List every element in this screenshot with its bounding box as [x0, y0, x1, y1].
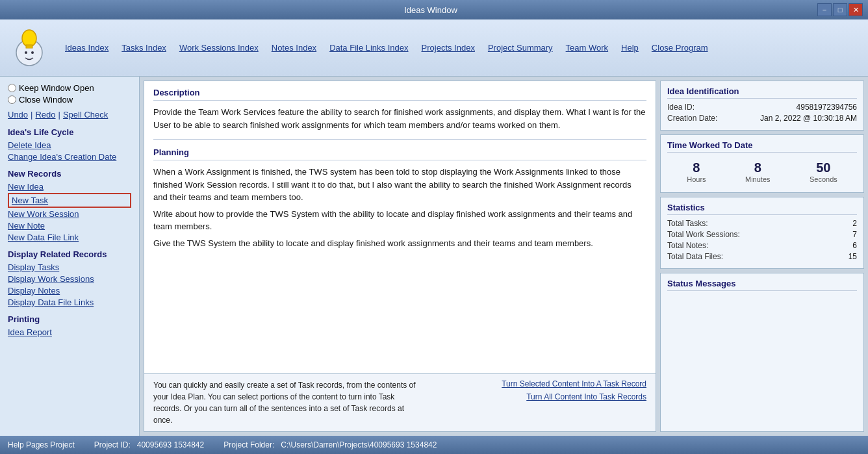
- total-notes-value: 6: [852, 241, 857, 250]
- task-bar: You can quickly and easily create a set …: [144, 373, 656, 431]
- menu-team-work[interactable]: Team Work: [559, 40, 615, 55]
- display-related-section-title: Display Related Records: [8, 249, 131, 259]
- total-tasks-label: Total Tasks:: [667, 219, 708, 228]
- menu-tasks-index[interactable]: Tasks Index: [115, 40, 173, 55]
- main-panel: Description Provide the Team Work Servic…: [144, 81, 656, 432]
- total-tasks-row: Total Tasks: 2: [667, 219, 857, 228]
- creation-date-value: Jan 2, 2022 @ 10:30:18 AM: [760, 114, 857, 123]
- menu-close-program[interactable]: Close Program: [645, 40, 715, 55]
- menu-help[interactable]: Help: [615, 40, 645, 55]
- total-data-files-row: Total Data Files: 15: [667, 252, 857, 261]
- window-options: Keep Window Open Close Window: [8, 83, 131, 105]
- minutes-cell: 8 Minutes: [745, 160, 771, 183]
- description-header: Description: [153, 88, 646, 101]
- time-worked-title: Time Worked To Date: [667, 140, 857, 153]
- hours-label: Hours: [687, 175, 706, 183]
- keep-window-open-radio[interactable]: Keep Window Open: [8, 83, 131, 93]
- redo-link[interactable]: Redo: [35, 110, 55, 120]
- statusbar-project: Help Pages Project: [8, 440, 75, 449]
- display-work-sessions-link[interactable]: Display Work Sessions: [8, 273, 131, 284]
- new-records-section-title: New Records: [8, 169, 131, 179]
- svg-point-6: [31, 51, 34, 54]
- seconds-value: 50: [810, 160, 837, 175]
- idea-report-link[interactable]: Idea Report: [8, 327, 131, 338]
- logo-icon: [12, 25, 47, 71]
- printing-section-title: Printing: [8, 314, 131, 324]
- statusbar-project-folder-label: Project Folder:: [223, 440, 274, 449]
- menu-projects-index[interactable]: Projects Index: [415, 40, 481, 55]
- menu-links: Ideas Index Tasks Index Work Sessions In…: [58, 40, 715, 55]
- change-creation-date-link[interactable]: Change Idea's Creation Date: [8, 151, 131, 162]
- spell-check-link[interactable]: Spell Check: [63, 110, 108, 120]
- new-note-link[interactable]: New Note: [8, 220, 131, 231]
- statusbar-project-folder: Project Folder: C:\Users\Darren\Projects…: [223, 440, 437, 449]
- close-window-radio[interactable]: Close Window: [8, 95, 131, 105]
- taskbar-description: You can quickly and easily create a set …: [153, 379, 424, 426]
- titlebar: Ideas Window − □ ✕: [0, 0, 868, 19]
- menu-project-summary[interactable]: Project Summary: [481, 40, 559, 55]
- total-work-sessions-label: Total Work Sessions:: [667, 230, 740, 239]
- creation-date-label: Creation Date:: [667, 114, 717, 123]
- lifecycle-section-title: Idea's Life Cycle: [8, 127, 131, 137]
- display-data-file-links-link[interactable]: Display Data File Links: [8, 297, 131, 308]
- menu-ideas-index[interactable]: Ideas Index: [58, 40, 115, 55]
- time-worked-box: Time Worked To Date 8 Hours 8 Minutes 50…: [660, 134, 864, 193]
- total-notes-row: Total Notes: 6: [667, 241, 857, 250]
- minutes-label: Minutes: [745, 175, 771, 183]
- description-text: Provide the Team Work Services feature t…: [153, 106, 646, 131]
- minutes-value: 8: [745, 160, 771, 175]
- turn-all-link[interactable]: Turn All Content Into Task Records: [526, 392, 646, 401]
- taskbar-actions: Turn Selected Content Into A Task Record…: [502, 379, 646, 401]
- content-area: Keep Window Open Close Window Undo | Red…: [0, 77, 868, 436]
- app-logo: [6, 25, 52, 71]
- statusbar-project-id-value: 40095693 1534842: [137, 440, 204, 449]
- statusbar-project-id-label: Project ID:: [94, 440, 131, 449]
- display-tasks-link[interactable]: Display Tasks: [8, 262, 131, 273]
- menu-work-sessions-index[interactable]: Work Sessions Index: [173, 40, 265, 55]
- restore-button[interactable]: □: [833, 3, 847, 16]
- titlebar-controls: − □ ✕: [817, 3, 863, 16]
- seconds-label: Seconds: [810, 175, 837, 183]
- time-row: 8 Hours 8 Minutes 50 Seconds: [667, 157, 857, 187]
- minimize-button[interactable]: −: [817, 3, 832, 16]
- planning-paragraph-2: Write about how to provide the TWS Syste…: [153, 208, 646, 233]
- planning-paragraph-1: When a Work Assignment is finished, the …: [153, 166, 646, 204]
- total-data-files-label: Total Data Files:: [667, 252, 723, 261]
- svg-point-5: [25, 51, 27, 54]
- idea-id-value: 49581972394756: [797, 103, 857, 112]
- idea-identification-box: Idea Identification Idea ID: 49581972394…: [660, 81, 864, 131]
- idea-identification-title: Idea Identification: [667, 86, 857, 99]
- close-button[interactable]: ✕: [849, 3, 863, 16]
- hours-value: 8: [687, 160, 706, 175]
- menu-notes-index[interactable]: Notes Index: [265, 40, 323, 55]
- total-work-sessions-row: Total Work Sessions: 7: [667, 230, 857, 239]
- statistics-title: Statistics: [667, 203, 857, 215]
- new-work-session-link[interactable]: New Work Session: [8, 208, 131, 220]
- statistics-box: Statistics Total Tasks: 2 Total Work Ses…: [660, 197, 864, 269]
- idea-id-row: Idea ID: 49581972394756: [667, 103, 857, 112]
- statusbar-project-id: Project ID: 40095693 1534842: [94, 440, 204, 449]
- titlebar-title: Ideas Window: [44, 5, 817, 15]
- new-task-link[interactable]: New Task: [8, 193, 131, 208]
- idea-id-label: Idea ID:: [667, 103, 695, 112]
- turn-selected-link[interactable]: Turn Selected Content Into A Task Record: [502, 379, 646, 388]
- creation-date-row: Creation Date: Jan 2, 2022 @ 10:30:18 AM: [667, 114, 857, 123]
- undo-link[interactable]: Undo: [8, 110, 28, 120]
- edit-actions: Undo | Redo | Spell Check: [8, 110, 131, 120]
- display-notes-link[interactable]: Display Notes: [8, 285, 131, 296]
- delete-idea-link[interactable]: Delete Idea: [8, 140, 131, 151]
- main-panel-content: Description Provide the Team Work Servic…: [144, 81, 656, 373]
- statusbar-project-folder-value: C:\Users\Darren\Projects\40095693 153484…: [281, 440, 437, 449]
- new-idea-link[interactable]: New Idea: [8, 181, 131, 192]
- section-divider-1: [153, 139, 646, 140]
- total-notes-label: Total Notes:: [667, 241, 708, 250]
- menubar: Ideas Index Tasks Index Work Sessions In…: [0, 19, 868, 77]
- status-messages-title: Status Messages: [667, 279, 857, 291]
- menu-data-file-links-index[interactable]: Data File Links Index: [323, 40, 415, 55]
- right-panel: Idea Identification Idea ID: 49581972394…: [660, 77, 868, 436]
- planning-header: Planning: [153, 147, 646, 160]
- status-messages-box: Status Messages: [660, 273, 864, 432]
- planning-paragraph-3: Give the TWS System the ability to locat…: [153, 237, 646, 250]
- new-data-file-link-link[interactable]: New Data File Link: [8, 232, 131, 243]
- seconds-cell: 50 Seconds: [810, 160, 837, 183]
